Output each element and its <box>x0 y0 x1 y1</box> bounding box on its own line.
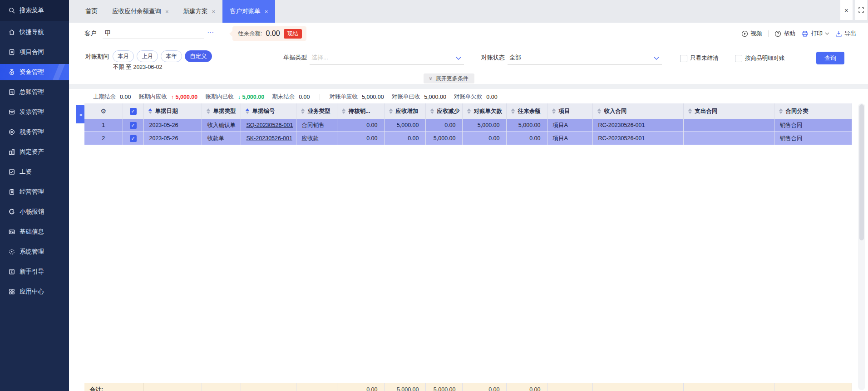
help-button[interactable]: 帮助 <box>774 29 795 38</box>
cell-doc-type: 收入确认单 <box>202 119 241 132</box>
sidebar-search-menu[interactable]: 搜索菜单 <box>0 0 69 21</box>
app-root: 搜索菜单 快捷导航 项目合同 资金管理 总账管理 发票管理 <box>0 0 868 391</box>
close-window-button[interactable]: × <box>840 0 853 20</box>
close-tab-icon[interactable]: × <box>212 8 216 15</box>
vertical-scrollbar[interactable] <box>858 103 865 390</box>
tab-customer-statement[interactable]: 客户对账单 × <box>222 0 275 23</box>
sort-icon[interactable] <box>342 108 345 114</box>
sidebar-item-fixed-assets[interactable]: 固定资产 <box>0 144 69 160</box>
query-button[interactable]: 查询 <box>816 52 844 64</box>
export-button[interactable]: 导出 <box>835 29 856 38</box>
sidebar-item-business-management[interactable]: 经营管理 <box>0 184 69 200</box>
chevron-down-icon[interactable] <box>654 57 659 60</box>
by-item-detail-checkbox[interactable]: 按商品明细对账 <box>735 54 785 62</box>
sort-asc-icon[interactable] <box>148 108 152 114</box>
close-tab-icon[interactable]: × <box>265 8 268 15</box>
column-header-doc-date[interactable]: 单据日期 <box>143 103 202 119</box>
total-ar-decrease: 5,000.00 <box>425 383 462 391</box>
sidebar-item-funds-management[interactable]: 资金管理 <box>0 64 69 80</box>
sort-icon[interactable] <box>688 108 692 114</box>
statement-status-label: 对账状态 <box>481 54 505 62</box>
sidebar-item-salary[interactable]: 工资 <box>0 164 69 180</box>
column-settings-button[interactable]: ⚙ <box>84 103 123 119</box>
period-custom[interactable]: 自定义 <box>185 50 212 62</box>
sort-icon[interactable] <box>467 108 471 114</box>
column-header-statement-due[interactable]: 对账单欠款 <box>462 103 506 119</box>
stat-statement-due: 对账单欠款0.00 <box>454 93 498 101</box>
sort-icon[interactable] <box>207 108 210 114</box>
cell-ar-increase: 5,000.00 <box>384 119 425 132</box>
table-row[interactable]: 2 ✓ 2023-05-26 收款单 SK-20230526-001 应收款 0… <box>84 132 852 145</box>
sidebar-item-general-ledger[interactable]: 总账管理 <box>0 84 69 100</box>
column-header-contract-class[interactable]: 合同分类 <box>774 103 852 119</box>
customer-field[interactable]: 甲 <box>105 23 111 44</box>
select-all-checkbox[interactable]: ✓ <box>130 108 137 115</box>
column-header-expense-contract[interactable]: 支出合同 <box>683 103 774 119</box>
sidebar-item-tax-management[interactable]: 税务管理 <box>0 124 69 140</box>
sidebar-item-system-management[interactable]: 系统管理 <box>0 244 69 260</box>
column-header-balance[interactable]: 往来余额 <box>506 103 547 119</box>
cell-doc-type: 收款单 <box>202 132 241 145</box>
period-this-year[interactable]: 本年 <box>161 50 182 62</box>
search-icon <box>8 7 15 15</box>
doc-no-link[interactable]: SQ-20230526-001 <box>247 122 293 128</box>
sidebar-item-base-info[interactable]: 基础信息 <box>0 224 69 240</box>
ledger-icon <box>8 88 15 96</box>
row-checkbox[interactable]: ✓ <box>130 122 137 129</box>
sidebar-item-invoice-management[interactable]: 发票管理 <box>0 104 69 120</box>
chevron-down-icon[interactable] <box>456 57 461 60</box>
date-range-text[interactable]: 不限 至 2023-06-02 <box>113 64 162 71</box>
expand-more-button[interactable]: » 展开更多条件 <box>424 73 474 83</box>
sort-icon[interactable] <box>597 108 601 114</box>
statement-status-select[interactable]: 全部 <box>509 54 521 62</box>
cell-expense-contract <box>683 132 774 145</box>
tab-balance-query[interactable]: 应收应付余额查询 × <box>105 0 176 23</box>
scrollbar-thumb[interactable] <box>859 104 864 240</box>
video-button[interactable]: 视频 <box>741 29 762 38</box>
column-header-project[interactable]: 项目 <box>547 103 592 119</box>
customer-picker-button[interactable]: ⋯ <box>207 23 214 43</box>
sort-icon[interactable] <box>779 108 783 114</box>
expand-side-panel-button[interactable]: » <box>76 105 85 123</box>
period-this-month[interactable]: 本月 <box>113 50 134 62</box>
sort-asc-icon[interactable] <box>246 108 249 114</box>
only-unsettled-checkbox[interactable]: 只看未结清 <box>680 54 719 62</box>
column-header-biz-type[interactable]: 业务类型 <box>296 103 337 119</box>
row-checkbox[interactable]: ✓ <box>130 135 137 142</box>
sort-icon[interactable] <box>552 108 556 114</box>
sidebar-item-newbie-guide[interactable]: 新手引导 <box>0 264 69 280</box>
sort-icon[interactable] <box>430 108 434 114</box>
sidebar-item-app-center[interactable]: 应用中心 <box>0 283 69 300</box>
total-balance: 0.00 <box>506 383 547 391</box>
app-center-icon <box>8 288 15 296</box>
settle-now-badge[interactable]: 现结 <box>284 29 302 39</box>
tab-new-plan[interactable]: 新建方案 × <box>176 0 223 23</box>
column-header-ar-decrease[interactable]: 应收减少 <box>425 103 462 119</box>
column-header-doc-no[interactable]: 单据编号 <box>241 103 296 119</box>
up-arrow-icon: ↑ <box>171 94 174 100</box>
sidebar-item-quick-nav[interactable]: 快捷导航 <box>0 24 69 40</box>
tab-home[interactable]: 首页 <box>78 0 105 23</box>
close-tab-icon[interactable]: × <box>165 8 169 15</box>
contract-icon <box>8 49 15 56</box>
business-icon <box>8 188 15 196</box>
print-button[interactable]: 打印 <box>801 29 829 38</box>
totals-row: 合计: 0.00 5,000.00 5,000.00 0.00 0.00 <box>84 383 852 391</box>
column-header-pending[interactable]: 待核销... <box>337 103 384 119</box>
sort-icon[interactable] <box>511 108 515 114</box>
sort-icon[interactable] <box>389 108 393 114</box>
column-header-income-contract[interactable]: 收入合同 <box>592 103 683 119</box>
column-header-ar-increase[interactable]: 应收增加 <box>384 103 425 119</box>
sort-icon[interactable] <box>301 108 305 114</box>
cell-expense-contract <box>683 119 774 132</box>
fullscreen-button[interactable] <box>855 0 867 20</box>
period-label: 对账期间 <box>85 53 109 61</box>
cell-ar-decrease: 0.00 <box>425 119 462 132</box>
doc-no-link[interactable]: SK-20230526-001 <box>247 135 292 142</box>
column-header-doc-type[interactable]: 单据类型 <box>202 103 241 119</box>
sidebar-item-xiaochang-expense[interactable]: 小畅报销 <box>0 204 69 220</box>
doc-type-select[interactable]: 选择... <box>311 54 328 62</box>
table-row[interactable]: 1 ✓ 2023-05-26 收入确认单 SQ-20230526-001 合同销… <box>84 119 852 132</box>
period-last-month[interactable]: 上月 <box>137 50 158 62</box>
sidebar-item-project-contract[interactable]: 项目合同 <box>0 44 69 60</box>
